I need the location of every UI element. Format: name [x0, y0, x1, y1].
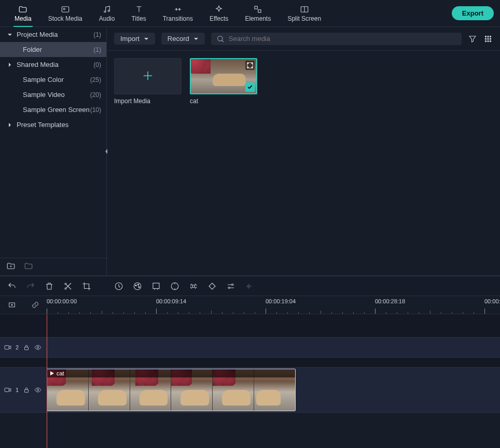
import-media-card[interactable]: Import Media [114, 58, 182, 105]
sidebar-item-sample-color[interactable]: Sample Color (25) [0, 72, 106, 87]
motion-icon[interactable] [170, 282, 179, 291]
svg-rect-35 [5, 346, 9, 349]
export-button[interactable]: Export [452, 6, 494, 20]
tab-label: Effects [210, 15, 228, 22]
svg-rect-21 [252, 67, 253, 68]
tab-label: Audio [99, 15, 115, 22]
timecode-label: 00:00:38:08 [484, 298, 500, 304]
tab-audio[interactable]: Audio [91, 0, 123, 27]
add-track-icon[interactable] [8, 301, 16, 309]
lock-icon[interactable] [23, 386, 30, 394]
eye-icon[interactable] [34, 386, 41, 394]
svg-point-25 [134, 283, 141, 290]
sidebar-item-count: (20) [90, 91, 101, 99]
folder-icon[interactable] [24, 261, 33, 272]
sidebar-item-preset-templates[interactable]: Preset Templates [0, 117, 106, 132]
timeline-toolbar [0, 276, 500, 296]
sparkle-icon [214, 5, 224, 14]
delete-icon[interactable] [45, 282, 54, 291]
dropdown-label: Record [168, 35, 189, 43]
tab-elements[interactable]: Elements [237, 0, 279, 27]
sidebar-item-label: Folder [23, 46, 93, 53]
track-1[interactable]: 1 cat [0, 367, 500, 413]
eye-icon[interactable] [34, 344, 41, 351]
svg-point-26 [135, 285, 136, 286]
track-head: 1 [0, 368, 47, 412]
search-input[interactable] [229, 35, 456, 43]
speed-icon[interactable] [114, 282, 123, 291]
sidebar-item-count: (25) [90, 76, 101, 83]
sidebar-item-count: (10) [90, 106, 101, 114]
lock-icon[interactable] [23, 344, 30, 351]
svg-point-22 [65, 283, 66, 285]
sidebar: Project Media (1) Folder (1) Shared Medi… [0, 27, 107, 275]
sidebar-item-label: Sample Green Screen [23, 106, 90, 114]
keyframe-expand-icon[interactable] [189, 282, 198, 291]
svg-rect-18 [247, 63, 249, 64]
import-dropdown[interactable]: Import [114, 33, 155, 45]
filmstrip-icon [245, 61, 255, 70]
grid-view-icon[interactable] [483, 34, 493, 44]
tab-media[interactable]: Media [6, 0, 40, 27]
tab-effects[interactable]: Effects [201, 0, 237, 27]
search-icon [216, 35, 225, 43]
sidebar-item-count: (1) [93, 31, 101, 38]
settings-icon[interactable] [226, 282, 235, 291]
timeline-clip-cat[interactable]: cat [47, 369, 296, 411]
sidebar-item-shared-media[interactable]: Shared Media (0) [0, 57, 106, 72]
tab-label: Stock Media [48, 15, 82, 22]
split-icon[interactable] [63, 282, 73, 291]
video-icon [4, 386, 11, 394]
track-number: 2 [16, 344, 19, 351]
split-icon [300, 5, 309, 14]
crop-icon[interactable] [82, 282, 91, 291]
track-2[interactable]: 2 [0, 337, 500, 358]
new-folder-icon[interactable] [6, 261, 16, 272]
record-dropdown[interactable]: Record [161, 33, 205, 45]
tab-transitions[interactable]: Transitions [155, 0, 201, 27]
svg-rect-36 [25, 347, 29, 349]
timecode-label: 00:00:19:04 [266, 298, 296, 304]
folder-icon [18, 5, 27, 14]
media-title: cat [190, 97, 257, 105]
tab-label: Transitions [163, 15, 193, 22]
audio-wave-icon[interactable] [245, 282, 254, 291]
undo-icon[interactable] [7, 282, 17, 291]
sidebar-item-sample-green-screen[interactable]: Sample Green Screen (10) [0, 102, 106, 117]
video-icon [4, 344, 11, 351]
chevron-right-icon [7, 62, 15, 67]
svg-rect-31 [192, 285, 195, 287]
color-icon[interactable] [133, 282, 142, 291]
media-panel: Import Record Import Media [107, 27, 500, 275]
sidebar-item-folder[interactable]: Folder (1) [0, 42, 106, 57]
tab-titles[interactable]: Titles [123, 0, 154, 27]
sidebar-item-sample-video[interactable]: Sample Video (20) [0, 87, 106, 102]
music-icon [102, 5, 112, 14]
sidebar-item-label: Project Media [17, 31, 93, 38]
green-screen-icon[interactable] [151, 282, 161, 291]
tab-split-screen[interactable]: Split Screen [279, 0, 329, 27]
svg-point-3 [108, 10, 109, 11]
svg-point-16 [490, 40, 491, 41]
timeline-tracks[interactable]: 2 1 [0, 314, 500, 448]
redo-icon[interactable] [26, 282, 35, 291]
svg-point-1 [63, 8, 65, 9]
tab-stock-media[interactable]: Stock Media [40, 0, 91, 27]
collapse-sidebar-icon[interactable] [103, 146, 109, 157]
media-title: Import Media [114, 97, 182, 105]
timeline-ruler[interactable]: 00:00:00:0000:00:09:1400:00:19:0400:00:2… [0, 296, 500, 314]
svg-point-10 [490, 36, 491, 37]
sidebar-item-label: Sample Color [23, 76, 90, 83]
dropdown-label: Import [120, 35, 140, 43]
svg-point-33 [229, 287, 230, 288]
sidebar-item-project-media[interactable]: Project Media (1) [0, 27, 106, 42]
filter-icon[interactable] [468, 34, 477, 44]
tab-label: Elements [245, 15, 271, 22]
keyframe-icon[interactable] [207, 282, 217, 291]
plus-icon [141, 68, 155, 85]
playhead[interactable] [47, 314, 47, 448]
link-icon[interactable] [31, 301, 39, 309]
timecode-label: 00:00:00:00 [47, 298, 77, 304]
track-head: 2 [0, 338, 47, 357]
media-clip-cat[interactable]: cat [190, 58, 257, 105]
